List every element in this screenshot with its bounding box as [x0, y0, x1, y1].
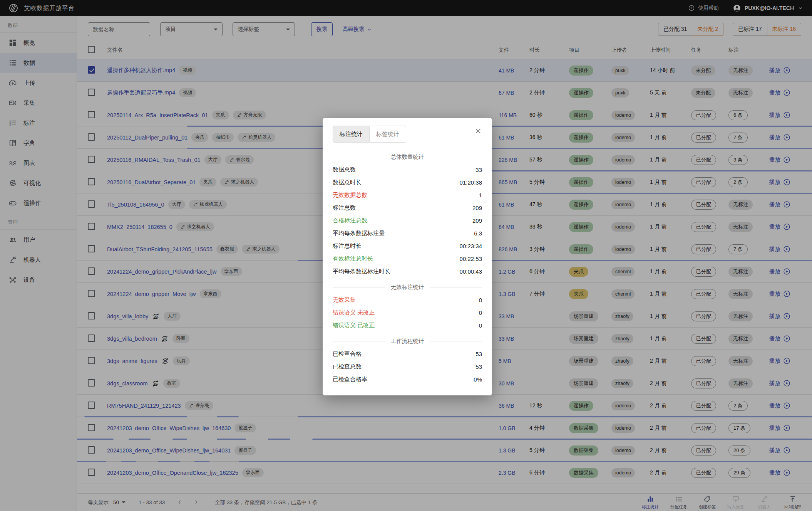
- stat-label: 数据总数: [333, 166, 356, 173]
- stat-value: 0: [479, 297, 482, 303]
- stat-section-title: 总体数量统计: [333, 153, 482, 161]
- modal-tabs: 标注统计标签统计: [333, 126, 406, 143]
- stat-row: 数据总时长01:20:38: [333, 176, 482, 189]
- stat-label: 标注总时长: [333, 242, 362, 250]
- stat-row: 标注总时长00:23:34: [333, 240, 482, 252]
- stat-section-title: 无效标注统计: [333, 284, 482, 291]
- stat-label: 无效数据总数: [333, 192, 367, 199]
- stat-row: 合格标注总数209: [333, 214, 482, 227]
- stat-label: 合格标注总数: [333, 217, 367, 224]
- modal-tab-0[interactable]: 标注统计: [333, 126, 370, 143]
- stat-value: 209: [472, 205, 482, 211]
- stat-value: 0%: [474, 376, 482, 383]
- stat-value: 00:23:34: [460, 243, 482, 249]
- stat-label: 已检查合格: [333, 350, 362, 358]
- stat-value: 53: [475, 363, 482, 370]
- stat-value: 6.3: [474, 230, 482, 237]
- stat-label: 平均每条数据标注量: [333, 230, 385, 237]
- stat-label: 平均每条数据标注时长: [333, 268, 390, 275]
- stat-row: 平均每条数据标注量6.3: [333, 227, 482, 240]
- stat-value: 209: [472, 217, 482, 224]
- stat-row: 平均每条数据标注时长00:00:43: [333, 265, 482, 278]
- stat-label: 错误语义 未改正: [333, 309, 375, 316]
- stat-value: 33: [475, 166, 482, 173]
- stat-value: 00:22:53: [460, 256, 482, 262]
- stat-row: 无效数据总数1: [333, 189, 482, 202]
- stat-label: 标注总数: [333, 204, 356, 212]
- stat-value: 0: [479, 322, 482, 329]
- stat-label: 无效采集: [333, 296, 356, 304]
- stat-row: 错误语义 未改正0: [333, 306, 482, 319]
- stat-section-title-text: 总体数量统计: [391, 153, 424, 161]
- stat-row: 已检查总数53: [333, 360, 482, 373]
- stat-value: 0: [479, 309, 482, 316]
- stat-label: 错误语义 已改正: [333, 322, 375, 329]
- stat-row: 标注总数209: [333, 202, 482, 214]
- stat-label: 已检查总数: [333, 363, 362, 370]
- stat-value: 00:00:43: [460, 268, 482, 275]
- stat-label: 有效标注总时长: [333, 255, 373, 262]
- modal-tab-1[interactable]: 标签统计: [370, 126, 406, 143]
- stat-row: 数据总数33: [333, 163, 482, 176]
- stat-value: 1: [479, 192, 482, 198]
- close-icon[interactable]: [474, 127, 482, 135]
- stat-row: 错误语义 已改正0: [333, 319, 482, 332]
- stat-section-title: 工作流程统计: [333, 338, 482, 345]
- stat-row: 已检查合格率0%: [333, 373, 482, 386]
- stat-row: 有效标注总时长00:22:53: [333, 252, 482, 265]
- annotation-stats-modal: 标注统计标签统计 总体数量统计数据总数33数据总时长01:20:38无效数据总数…: [323, 118, 492, 395]
- stat-value: 53: [475, 351, 482, 357]
- stat-label: 已检查合格率: [333, 376, 367, 383]
- stat-row: 已检查合格53: [333, 348, 482, 360]
- stat-label: 数据总时长: [333, 179, 362, 186]
- stat-section-title-text: 工作流程统计: [391, 338, 424, 345]
- stat-section-title-text: 无效标注统计: [391, 284, 424, 291]
- modal-body: 总体数量统计数据总数33数据总时长01:20:38无效数据总数1标注总数209合…: [333, 153, 482, 386]
- stat-row: 无效采集0: [333, 294, 482, 306]
- stat-value: 01:20:38: [460, 179, 482, 186]
